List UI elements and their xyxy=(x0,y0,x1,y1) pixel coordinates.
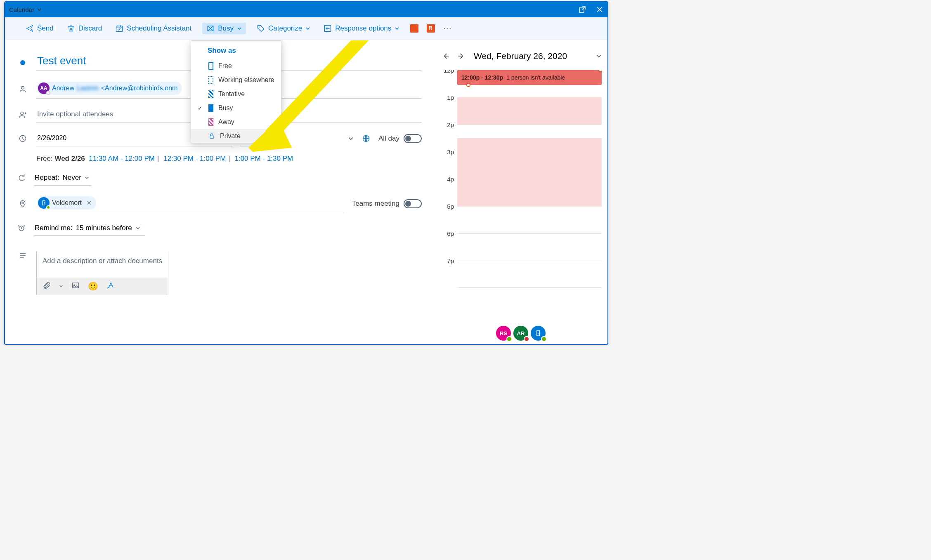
calendar-dropdown[interactable]: Calendar xyxy=(9,6,42,13)
hour-label: 2p xyxy=(440,121,457,148)
door-icon xyxy=(535,330,541,336)
hour-label: 7p xyxy=(440,257,457,285)
addin-icon-2[interactable] xyxy=(427,24,435,33)
more-options-button[interactable]: ··· xyxy=(443,24,452,33)
response-options-button[interactable]: Response options xyxy=(321,23,402,34)
chevron-down-icon xyxy=(305,26,310,31)
discard-label: Discard xyxy=(78,24,102,33)
globe-icon[interactable] xyxy=(362,134,370,143)
response-label: Response options xyxy=(335,24,391,33)
emoji-button[interactable]: 🙂 xyxy=(88,281,98,291)
insert-image-button[interactable] xyxy=(71,281,80,291)
description-icon xyxy=(19,252,27,260)
resize-handle[interactable] xyxy=(598,70,602,72)
addin-icon-1[interactable] xyxy=(410,24,418,33)
free-slot-link[interactable]: 12:30 PM - 1:00 PM xyxy=(163,155,226,162)
description-placeholder: Add a description or attach documents xyxy=(37,251,168,271)
chevron-down-icon xyxy=(135,226,140,231)
svg-rect-15 xyxy=(210,136,213,138)
chevron-down-icon xyxy=(237,26,242,31)
free-time-suggestions: Free: Wed 2/26 11:30 AM - 12:00 PM| 12:3… xyxy=(17,155,422,163)
reminder-icon xyxy=(17,224,26,232)
chevron-down-icon xyxy=(85,175,89,180)
repeat-label: Repeat: xyxy=(35,174,59,182)
show-as-option-away[interactable]: Away xyxy=(191,115,281,129)
show-as-option-working-elsewhere[interactable]: Working elsewhere xyxy=(191,73,281,87)
hour-label: 3p xyxy=(440,148,457,176)
hour-cell[interactable] xyxy=(457,261,602,288)
event-title-input[interactable]: Test event xyxy=(37,54,86,67)
next-day-button[interactable] xyxy=(456,50,467,62)
send-button[interactable]: Send xyxy=(23,23,56,34)
attendee-name-redacted: Lastnm xyxy=(77,85,98,92)
svg-point-9 xyxy=(22,202,24,204)
chevron-down-icon[interactable] xyxy=(596,53,602,59)
reminder-value: 15 minutes before xyxy=(76,224,132,232)
resize-handle[interactable] xyxy=(466,83,470,87)
attendee-chip[interactable]: AA Andrew Lastnm <Andrew@robinbirds.onm xyxy=(37,82,182,95)
show-as-option-free[interactable]: Free xyxy=(191,59,281,73)
chevron-down-icon[interactable] xyxy=(59,284,63,288)
response-icon xyxy=(324,24,332,33)
chevron-down-icon[interactable] xyxy=(348,136,354,141)
categorize-button[interactable]: Categorize xyxy=(254,23,313,34)
hour-cell[interactable] xyxy=(457,233,602,261)
remove-location-button[interactable]: ✕ xyxy=(87,200,92,206)
location-chip[interactable]: Voldemort ✕ xyxy=(37,196,96,209)
categorize-label: Categorize xyxy=(268,24,302,33)
close-icon[interactable] xyxy=(596,6,603,13)
day-timegrid[interactable]: 12p1p2p3p4p5p6p7p12:00p - 12:30p 1 perso… xyxy=(440,70,602,322)
teams-meeting-toggle[interactable] xyxy=(404,199,422,208)
discard-button[interactable]: Discard xyxy=(64,23,105,34)
event-block[interactable]: 12:00p - 12:30p 1 person isn't available xyxy=(457,70,602,85)
repeat-value: Never xyxy=(63,174,81,182)
busy-icon xyxy=(206,24,215,33)
description-editor[interactable]: Add a description or attach documents 🙂 xyxy=(36,251,168,295)
allday-toggle[interactable] xyxy=(404,134,422,143)
svg-point-14 xyxy=(74,284,75,285)
scheduling-label: Scheduling Assistant xyxy=(127,24,191,33)
hour-label: 5p xyxy=(440,203,457,230)
hour-label: 1p xyxy=(440,94,457,121)
free-slot-link[interactable]: 1:00 PM - 1:30 PM xyxy=(234,155,293,162)
popout-icon[interactable] xyxy=(579,6,586,13)
location-field[interactable]: Voldemort ✕ xyxy=(36,194,344,213)
busy-dropdown-button[interactable]: Busy xyxy=(202,23,246,34)
day-panel-date: Wed, February 26, 2020 xyxy=(474,51,592,61)
busy-block xyxy=(457,97,602,125)
attendee-presence-chip[interactable] xyxy=(531,326,546,341)
attendee-presence-chip[interactable]: AR xyxy=(513,326,528,341)
hour-label: 6p xyxy=(440,230,457,257)
show-as-header: Show as xyxy=(191,41,281,59)
format-button[interactable] xyxy=(106,281,115,291)
chevron-down-icon xyxy=(395,26,399,31)
svg-point-11 xyxy=(44,202,45,203)
show-as-option-busy[interactable]: ✓Busy xyxy=(191,101,281,115)
show-as-option-tentative[interactable]: Tentative xyxy=(191,87,281,101)
person-icon xyxy=(19,85,27,93)
svg-rect-1 xyxy=(116,26,123,31)
window-titlebar: Calendar xyxy=(5,2,607,17)
attendee-presence-chip[interactable]: RS xyxy=(496,326,511,341)
repeat-field[interactable]: Repeat: Never xyxy=(34,171,92,186)
start-date-value: 2/26/2020 xyxy=(37,134,66,142)
hour-cell[interactable] xyxy=(457,206,602,233)
event-block-warning: 1 person isn't available xyxy=(506,74,565,81)
free-slot-link[interactable]: 11:30 AM - 12:00 PM xyxy=(89,155,155,162)
titlebar-title: Calendar xyxy=(9,6,34,13)
attendee-avatar: AA xyxy=(38,82,50,94)
show-as-option-private[interactable]: Private xyxy=(191,129,281,143)
scheduling-assistant-button[interactable]: Scheduling Assistant xyxy=(113,23,194,34)
hour-label: 12p xyxy=(440,70,457,94)
prev-day-button[interactable] xyxy=(440,50,451,62)
room-avatar xyxy=(38,197,50,209)
show-as-dropdown: Show as Free Working elsewhere Tentative… xyxy=(191,40,281,144)
send-label: Send xyxy=(37,24,54,33)
attach-button[interactable] xyxy=(43,281,51,291)
location-icon xyxy=(19,200,27,208)
reminder-field[interactable]: Remind me: 15 minutes before xyxy=(34,221,145,236)
svg-point-4 xyxy=(21,86,24,89)
busy-label: Busy xyxy=(218,24,234,33)
editor-toolbar: 🙂 xyxy=(37,278,168,295)
location-name: Voldemort xyxy=(52,199,82,207)
